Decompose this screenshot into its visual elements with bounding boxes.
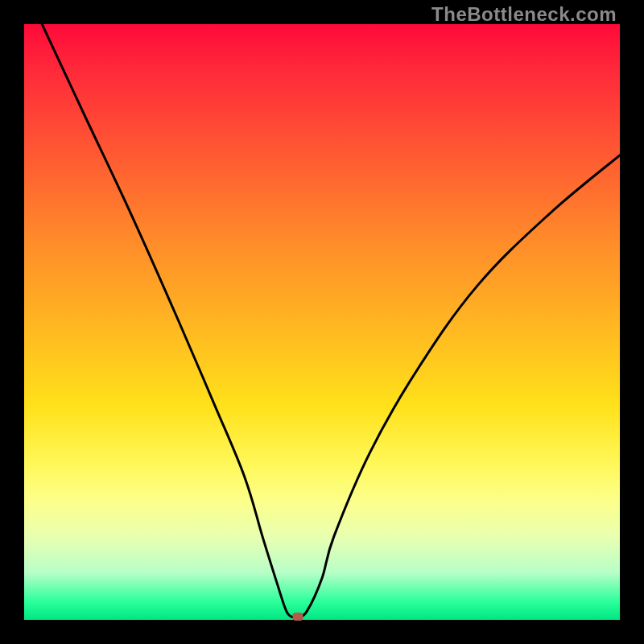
optimum-marker: [293, 613, 303, 621]
bottleneck-curve: [42, 24, 620, 617]
chart-frame: TheBottleneck.com: [0, 0, 644, 644]
curve-svg: [24, 24, 620, 620]
plot-area: [24, 24, 620, 620]
watermark-text: TheBottleneck.com: [431, 3, 617, 26]
